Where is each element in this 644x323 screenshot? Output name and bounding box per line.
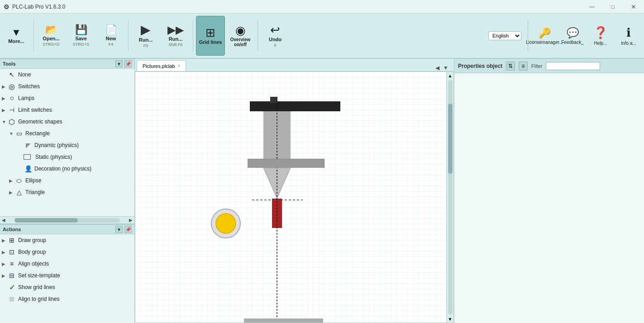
overview-button[interactable]: ◉ Overview on/off [226,16,255,56]
maximize-button[interactable]: □ [602,0,623,14]
minimize-button[interactable]: — [582,0,602,14]
set-size-icon: ⊟ [7,271,16,280]
undo-button[interactable]: ↩ Undo 0 [261,16,290,56]
run-button[interactable]: ▶ Run... F5 [131,16,160,56]
vscroll-thumb [448,104,453,174]
tab-arrow-left[interactable]: ◀ [434,65,441,71]
toolbar-separator-3 [193,20,193,52]
none-label: None [18,71,31,78]
vscroll-track[interactable] [448,80,453,314]
tools-item-ellipse[interactable]: ▶ ⬭ Ellipse [0,175,134,186]
cursor-icon: ↖ [7,70,16,79]
action-align-objects[interactable]: ▶ ≡ Align objects [0,258,134,270]
save-label: Save [75,36,87,41]
canvas-wrapper[interactable]: ▲ ▼ [135,71,454,323]
vscroll-down[interactable]: ▼ [447,315,454,323]
save-button[interactable]: 💾 Save STRG+S [67,16,95,56]
tools-item-limit-switches[interactable]: ▶ ⊣ Limit switches [0,104,134,116]
geometric-shapes-expand[interactable]: ▼ [2,119,7,124]
tools-header-controls: ▼ 📌 [115,60,132,67]
tab-arrow-down[interactable]: ▼ [441,65,450,71]
show-grid-icon: ✓ [7,283,16,292]
tools-item-geometric-shapes[interactable]: ▼ ⬡ Geometric shapes [0,116,134,128]
tools-item-lamps[interactable]: ▶ ○ Lamps [0,92,134,104]
app-icon: ⚙ [4,3,10,10]
tools-item-switches[interactable]: ▶ ◎ Switches [0,81,134,92]
action-draw-group[interactable]: ▶ ⊞ Draw group [0,234,134,246]
tools-item-none[interactable]: ↖ None [0,69,134,81]
language-select[interactable]: English Deutsch Français [488,31,521,40]
new-sub: F4 [109,42,114,47]
show-grid-label: Show grid lines [18,284,55,290]
lamps-expand[interactable]: ▶ [2,96,7,101]
toolbar-separator-2 [128,20,129,52]
body-group-label: Body group [18,249,46,255]
align-objects-icon: ≡ [7,259,16,268]
body-group-expand[interactable]: ▶ [2,250,7,255]
tools-item-decoration[interactable]: 👤 Decoration (no physics) [0,163,134,175]
run-cont-button[interactable]: ▶▶ Run... Shift F5 [161,16,190,56]
align-grid-icon: ⊠ [7,294,16,304]
close-button[interactable]: ✕ [623,0,644,14]
align-objects-expand[interactable]: ▶ [2,261,7,266]
action-align-to-grid[interactable]: ⊠ Align to grid lines [0,293,134,305]
licensemanager-icon: 🔑 [539,27,551,39]
props-group-btn[interactable]: ≡ [519,62,528,71]
switches-expand[interactable]: ▶ [2,84,7,89]
action-set-size-template[interactable]: ▶ ⊟ Set size-template [0,270,134,281]
actions-section: Actions ▼ 📌 ▶ ⊞ Draw group ▶ ⊡ Body grou… [0,223,134,323]
licensemanager-button[interactable]: 🔑 Licensemanager... [531,16,558,56]
hscroll-right[interactable]: ▶ [127,217,134,224]
triangle-icon: △ [14,188,24,197]
triangle-expand[interactable]: ▶ [9,190,14,195]
tools-pin-btn[interactable]: 📌 [124,60,132,67]
right-panel: Properties object ⇅ ≡ Filter [454,59,644,323]
open-sub: STRG+O [43,42,59,47]
geometric-shapes-label: Geometric shapes [18,119,62,125]
tools-list: ↖ None ▶ ◎ Switches ▶ ○ Lamps ▶ [0,69,134,216]
actions-header-controls: ▼ 📌 [115,226,132,233]
hscroll-left[interactable]: ◀ [0,217,7,224]
rectangle-expand[interactable]: ▼ [9,131,14,136]
more-button[interactable]: ▼ More... [2,16,31,56]
tools-item-static-physics[interactable]: Static (physics) [0,151,134,163]
triangle-label: Triangle [25,189,45,195]
tools-item-dynamic-physics[interactable]: ◤ Dynamic (physics) [0,139,134,151]
actions-pin-btn[interactable]: 📌 [124,226,132,233]
ellipse-expand[interactable]: ▶ [9,178,14,183]
new-button[interactable]: 📄 New F4 [96,16,125,56]
undo-sub: 0 [274,43,276,48]
action-body-group[interactable]: ▶ ⊡ Body group [0,246,134,258]
tools-item-rectangle[interactable]: ▼ ▭ Rectangle [0,128,134,139]
filter-input[interactable] [546,62,600,70]
actions-header: Actions ▼ 📌 [0,224,134,234]
canvas-tab[interactable]: Pictures.plclab × [137,60,186,71]
help-button[interactable]: ❓ Help... [587,16,614,56]
vscroll-up[interactable]: ▲ [447,72,454,79]
tools-section: Tools ▼ 📌 ↖ None ▶ ◎ Switches [0,59,134,223]
static-physics-label: Static (physics) [35,154,72,160]
actions-title: Actions [3,227,21,232]
tools-item-triangle[interactable]: ▶ △ Triangle [0,186,134,198]
tab-close-btn[interactable]: × [178,63,181,68]
dynamic-physics-label: Dynamic (physics) [34,142,79,148]
canvas-area: Pictures.plclab × ◀ ▼ [135,59,454,323]
actions-collapse-btn[interactable]: ▼ [115,226,123,233]
action-show-grid-lines[interactable]: ✓ Show grid lines [0,281,134,293]
tab-bar: Pictures.plclab × ◀ ▼ [135,59,454,71]
tools-collapse-btn[interactable]: ▼ [115,60,123,67]
tools-hscrollbar: ◀ ▶ [0,216,134,223]
decoration-expand [18,166,24,171]
hscroll-track[interactable] [14,218,120,223]
info-button[interactable]: ℹ Info a... [615,16,642,56]
limit-switches-expand[interactable]: ▶ [2,108,7,113]
set-size-expand[interactable]: ▶ [2,273,7,278]
align-objects-label: Align objects [18,261,49,267]
feedback-button[interactable]: 💬 Feedback_ [559,16,586,56]
save-sub: STRG+S [73,42,89,47]
draw-group-expand[interactable]: ▶ [2,238,7,243]
props-sort-btn[interactable]: ⇅ [506,62,515,71]
static-icon [24,154,31,160]
open-button[interactable]: 📂 Open... STRG+O [37,16,66,56]
gridlines-button[interactable]: ⊞ Grid lines [196,16,225,56]
